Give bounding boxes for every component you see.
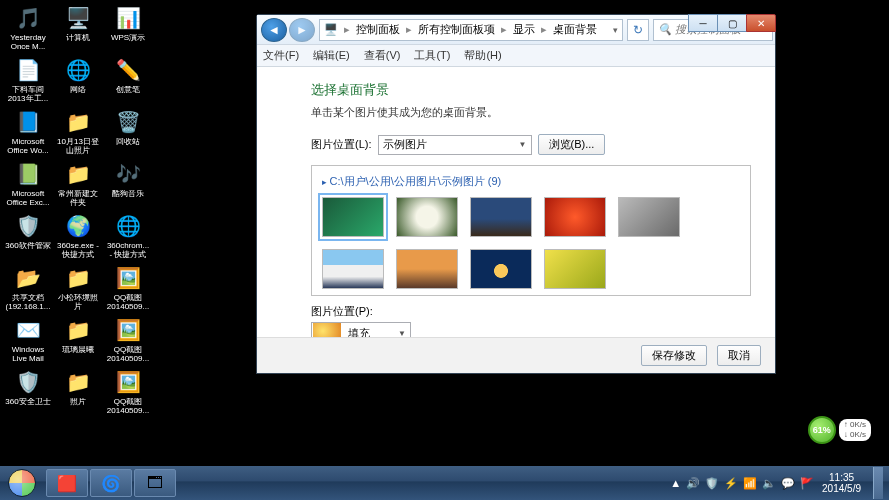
tray-icon[interactable]: 🔊 xyxy=(686,477,700,490)
desktop-icon[interactable]: 📁 常州新建文件夹 xyxy=(54,160,102,208)
window-controls: ─ ▢ ✕ xyxy=(689,14,776,32)
battery-widget[interactable]: 61% ↑ 0K/s ↓ 0K/s xyxy=(808,416,871,444)
desktop-icon-label: 常州新建文件夹 xyxy=(55,190,101,208)
save-changes-button[interactable]: 保存修改 xyxy=(641,345,707,366)
file-icon: 📂 xyxy=(14,264,42,292)
breadcrumb-item[interactable]: 显示 xyxy=(513,22,535,37)
combo-value: 示例图片 xyxy=(383,137,427,152)
desktop-icon[interactable]: ✏️ 创意笔 xyxy=(104,56,152,104)
start-button[interactable] xyxy=(2,467,42,499)
cancel-button[interactable]: 取消 xyxy=(717,345,761,366)
file-icon: 🎶 xyxy=(114,160,142,188)
wallpaper-thumbnail[interactable] xyxy=(322,249,384,289)
tray-icon[interactable]: 🔈 xyxy=(762,477,776,490)
page-subtext: 单击某个图片使其成为您的桌面背景。 xyxy=(311,105,751,120)
taskbar-item[interactable]: 🗔 xyxy=(134,469,176,497)
file-icon: 🖼️ xyxy=(114,316,142,344)
tray-icon[interactable]: 🚩 xyxy=(800,477,814,490)
wallpaper-thumbnail[interactable] xyxy=(396,249,458,289)
picture-position-label: 图片位置(P): xyxy=(311,304,751,319)
position-preview-swatch xyxy=(313,323,341,337)
taskbar-clock[interactable]: 11:35 2014/5/9 xyxy=(822,472,861,495)
taskbar-item[interactable]: 🟥 xyxy=(46,469,88,497)
wallpaper-thumbnail[interactable] xyxy=(544,249,606,289)
breadcrumb-item[interactable]: 桌面背景 xyxy=(553,22,597,37)
desktop-icon[interactable]: 📊 WPS演示 xyxy=(104,4,152,52)
picture-position-combo[interactable]: 填充 ▼ xyxy=(311,322,411,337)
desktop-icon[interactable]: 📗 Microsoft Office Exc... xyxy=(4,160,52,208)
tray-icon[interactable]: ▲ xyxy=(670,477,681,489)
desktop-icon[interactable]: 🌍 360se.exe - 快捷方式 xyxy=(54,212,102,260)
desktop-icon[interactable]: 📄 下料车间2013年工... xyxy=(4,56,52,104)
desktop-icon[interactable]: 🖼️ QQ截图20140509... xyxy=(104,368,152,416)
desktop-icon[interactable]: 📂 共享文档(192.168.1... xyxy=(4,264,52,312)
breadcrumb-dropdown-icon[interactable]: ▾ xyxy=(613,25,618,35)
menu-tools[interactable]: 工具(T) xyxy=(414,48,450,63)
desktop-icon-label: 计算机 xyxy=(66,34,90,43)
picture-location-combo[interactable]: 示例图片 ▼ xyxy=(378,135,532,155)
maximize-button[interactable]: ▢ xyxy=(717,14,747,32)
desktop-icon-label: 下料车间2013年工... xyxy=(5,86,51,104)
wallpaper-thumbnail[interactable] xyxy=(470,197,532,237)
chevron-down-icon: ▼ xyxy=(398,329,406,338)
desktop-icon-label: 回收站 xyxy=(116,138,140,147)
desktop-icon[interactable]: 🌐 网络 xyxy=(54,56,102,104)
close-button[interactable]: ✕ xyxy=(746,14,776,32)
desktop-icon[interactable]: 🖼️ QQ截图20140509... xyxy=(104,316,152,364)
desktop-icon[interactable]: 🗑️ 回收站 xyxy=(104,108,152,156)
nav-back-button[interactable]: ◄ xyxy=(261,18,287,42)
wallpaper-thumbnail[interactable] xyxy=(544,197,606,237)
gallery-path[interactable]: C:\用户\公用\公用图片\示例图片 (9) xyxy=(322,174,740,189)
desktop-icon[interactable]: 📘 Microsoft Office Wo... xyxy=(4,108,52,156)
desktop-icon[interactable]: 🎶 酷狗音乐 xyxy=(104,160,152,208)
desktop-icon-label: 360安全卫士 xyxy=(5,398,50,407)
dialog-footer: 保存修改 取消 xyxy=(257,337,775,373)
search-icon: 🔍 xyxy=(658,23,672,36)
tray-icon[interactable]: 🛡️ xyxy=(705,477,719,490)
tray-icon[interactable]: 💬 xyxy=(781,477,795,490)
wallpaper-thumbnail[interactable] xyxy=(322,197,384,237)
file-icon: 📁 xyxy=(64,160,92,188)
desktop-icon[interactable]: 🌐 360chrom... - 快捷方式 xyxy=(104,212,152,260)
desktop-icon[interactable]: 🖥️ 计算机 xyxy=(54,4,102,52)
breadcrumb-item[interactable]: 控制面板 xyxy=(356,22,400,37)
menu-file[interactable]: 文件(F) xyxy=(263,48,299,63)
breadcrumb-item[interactable]: 所有控制面板项 xyxy=(418,22,495,37)
tray-icon[interactable]: 📶 xyxy=(743,477,757,490)
desktop-icon[interactable]: 🖼️ QQ截图20140509... xyxy=(104,264,152,312)
desktop-icon[interactable]: 📁 琉璃晨曦 xyxy=(54,316,102,364)
file-icon: 🗑️ xyxy=(114,108,142,136)
desktop-icon-label: 共享文档(192.168.1... xyxy=(5,294,51,312)
browse-button[interactable]: 浏览(B)... xyxy=(538,134,606,155)
desktop-icon-label: WPS演示 xyxy=(111,34,145,43)
file-icon: ✏️ xyxy=(114,56,142,84)
file-icon: 📊 xyxy=(114,4,142,32)
wallpaper-thumbnail[interactable] xyxy=(470,249,532,289)
desktop-icon[interactable]: ✉️ Windows Live Mail xyxy=(4,316,52,364)
desktop-icon-label: Yesterday Once M... xyxy=(5,34,51,52)
minimize-button[interactable]: ─ xyxy=(688,14,718,32)
show-desktop-button[interactable] xyxy=(873,467,883,499)
menu-help[interactable]: 帮助(H) xyxy=(464,48,501,63)
desktop-icon[interactable]: 🛡️ 360安全卫士 xyxy=(4,368,52,416)
menu-edit[interactable]: 编辑(E) xyxy=(313,48,350,63)
desktop-icon-label: Microsoft Office Exc... xyxy=(5,190,51,208)
windows-logo-icon xyxy=(8,469,36,497)
desktop-icon[interactable]: 📁 10月13日登山照片 xyxy=(54,108,102,156)
desktop-icon-label: 10月13日登山照片 xyxy=(55,138,101,156)
wallpaper-gallery: C:\用户\公用\公用图片\示例图片 (9) xyxy=(311,165,751,296)
desktop-icon[interactable]: 📁 照片 xyxy=(54,368,102,416)
nav-forward-button[interactable]: ► xyxy=(289,18,315,42)
file-icon: 🌐 xyxy=(64,56,92,84)
refresh-button[interactable]: ↻ xyxy=(627,19,649,41)
wallpaper-thumbnail[interactable] xyxy=(618,197,680,237)
taskbar-item[interactable]: 🌀 xyxy=(90,469,132,497)
breadcrumb[interactable]: 🖥️ ▸ 控制面板 ▸ 所有控制面板项 ▸ 显示 ▸ 桌面背景 ▾ xyxy=(319,19,623,41)
tray-icon[interactable]: ⚡ xyxy=(724,477,738,490)
desktop-icon[interactable]: 🎵 Yesterday Once M... xyxy=(4,4,52,52)
desktop-icon[interactable]: 🛡️ 360软件管家 xyxy=(4,212,52,260)
wallpaper-thumbnail[interactable] xyxy=(396,197,458,237)
desktop-icon[interactable]: 📁 小松环境照片 xyxy=(54,264,102,312)
menu-view[interactable]: 查看(V) xyxy=(364,48,401,63)
desktop-icon-label: 360软件管家 xyxy=(5,242,50,251)
